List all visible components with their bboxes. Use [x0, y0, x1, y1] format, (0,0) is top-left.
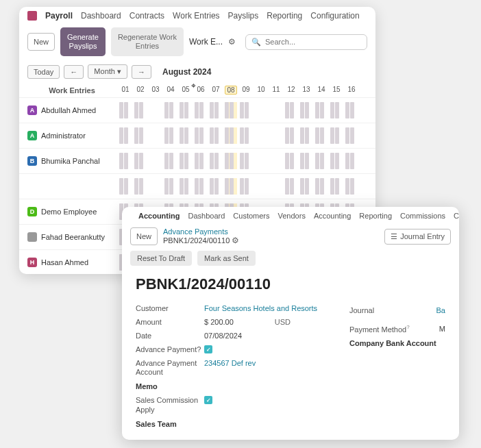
work-entry-cell[interactable]: [330, 178, 343, 195]
work-entry-cell[interactable]: [134, 178, 147, 195]
work-entry-cell[interactable]: [285, 178, 297, 195]
day-header-14[interactable]: 14: [315, 86, 328, 95]
work-entry-cell[interactable]: [195, 102, 207, 119]
work-entry-cell[interactable]: [149, 153, 162, 169]
work-entry-cell[interactable]: [330, 153, 343, 169]
work-entry-cell[interactable]: [300, 102, 312, 119]
day-header-16[interactable]: 16: [345, 86, 358, 95]
work-entry-cell[interactable]: [315, 127, 328, 144]
nav-acct-dashboard[interactable]: Dashboard: [188, 212, 225, 220]
work-entry-cell[interactable]: [270, 178, 282, 195]
work-entry-cell[interactable]: [210, 153, 222, 169]
day-header-04[interactable]: 04: [164, 86, 177, 95]
nav-reporting[interactable]: Reporting: [267, 11, 302, 21]
sales-commission-checkbox[interactable]: ✓: [204, 396, 212, 404]
work-entry-cell[interactable]: [164, 102, 177, 119]
employee-name[interactable]: Abdullah Ahmed: [41, 106, 96, 114]
employee-name[interactable]: Hasan Ahmed: [41, 258, 88, 266]
day-header-07[interactable]: 07: [210, 86, 222, 95]
work-entry-cell[interactable]: [119, 153, 132, 169]
employee-name[interactable]: Administrator: [41, 132, 86, 140]
today-button[interactable]: Today: [27, 65, 60, 79]
work-entry-cell[interactable]: [240, 102, 252, 119]
search-box[interactable]: 🔍: [245, 34, 367, 50]
advance-payment-checkbox[interactable]: ✓: [204, 345, 212, 353]
gear-icon[interactable]: ⚙: [228, 37, 236, 47]
work-entry-cell[interactable]: [180, 178, 192, 195]
work-entry-cell[interactable]: [195, 153, 207, 169]
acct-gear-icon[interactable]: ⚙: [232, 236, 239, 245]
work-entry-cell[interactable]: [345, 102, 358, 119]
employee-name[interactable]: Bhumika Panchal: [41, 157, 100, 165]
work-entry-cell[interactable]: [240, 127, 252, 144]
day-header-12[interactable]: 12: [285, 86, 297, 95]
work-entry-cell[interactable]: [210, 127, 222, 144]
day-header-08[interactable]: 08: [225, 86, 237, 95]
nav-acct-configuration[interactable]: Configuration: [454, 212, 459, 220]
work-entry-cell[interactable]: [240, 178, 252, 195]
work-entry-cell[interactable]: [255, 178, 267, 195]
nav-acct-reporting[interactable]: Reporting: [359, 212, 392, 220]
next-button[interactable]: →: [132, 65, 151, 79]
work-entry-cell[interactable]: [285, 102, 297, 119]
nav-payslips[interactable]: Payslips: [228, 11, 259, 21]
day-header-11[interactable]: 11: [270, 86, 282, 95]
work-entry-cell[interactable]: [225, 127, 237, 144]
work-entry-cell[interactable]: [270, 153, 282, 169]
nav-acct-vendors[interactable]: Vendors: [278, 212, 306, 220]
day-header-10[interactable]: 10: [255, 86, 267, 95]
work-entry-cell[interactable]: [134, 102, 147, 119]
nav-configuration[interactable]: Configuration: [310, 11, 359, 21]
work-entry-cell[interactable]: [210, 178, 222, 195]
generate-payslips-button[interactable]: GeneratePayslips: [60, 27, 106, 56]
work-entry-cell[interactable]: [255, 102, 267, 119]
work-entry-cell[interactable]: [180, 153, 192, 169]
work-entry-cell[interactable]: [149, 178, 162, 195]
work-entry-cell[interactable]: [345, 178, 358, 195]
work-entry-cell[interactable]: [119, 127, 132, 144]
work-entry-cell[interactable]: [330, 127, 343, 144]
work-entry-cell[interactable]: [300, 127, 312, 144]
journal-value[interactable]: Ba: [436, 306, 445, 314]
nav-acct-commissions[interactable]: Commissions: [400, 212, 445, 220]
work-entry-cell[interactable]: [315, 153, 328, 169]
work-entry-cell[interactable]: [240, 153, 252, 169]
work-entry-cell[interactable]: [164, 127, 177, 144]
work-entry-cell[interactable]: [345, 127, 358, 144]
work-entry-cell[interactable]: [270, 127, 282, 144]
work-entry-cell[interactable]: [164, 178, 177, 195]
work-entry-cell[interactable]: [225, 153, 237, 169]
mark-as-sent-button[interactable]: Mark as Sent: [197, 251, 256, 266]
day-header-06[interactable]: 06: [195, 86, 207, 95]
work-entry-cell[interactable]: [225, 178, 237, 195]
new-button[interactable]: New: [27, 33, 55, 51]
reset-to-draft-button[interactable]: Reset To Draft: [130, 251, 192, 266]
work-entry-cell[interactable]: [180, 102, 192, 119]
work-entry-cell[interactable]: [300, 153, 312, 169]
work-entry-cell[interactable]: [119, 102, 132, 119]
work-entry-cell[interactable]: [285, 127, 297, 144]
customer-value[interactable]: Four Seasons Hotels and Resorts: [204, 304, 317, 312]
employee-name[interactable]: Fahad Beerankutty: [41, 233, 105, 241]
search-input[interactable]: [265, 38, 361, 46]
nav-work-entries[interactable]: Work Entries: [173, 11, 219, 21]
acct-new-button[interactable]: New: [130, 227, 158, 245]
work-entry-cell[interactable]: [255, 127, 267, 144]
work-entry-cell[interactable]: [270, 102, 282, 119]
day-header-03[interactable]: 03: [149, 86, 162, 95]
day-header-01[interactable]: 01: [119, 86, 132, 95]
work-entry-cell[interactable]: [315, 102, 328, 119]
advance-account-value[interactable]: 234567 Def rev: [204, 359, 256, 367]
work-entry-cell[interactable]: [255, 153, 267, 169]
regenerate-work-entries-button[interactable]: Regenerate WorkEntries: [111, 27, 184, 56]
nav-contracts[interactable]: Contracts: [130, 11, 164, 21]
work-entry-cell[interactable]: [315, 178, 328, 195]
day-header-13[interactable]: 13: [300, 86, 312, 95]
work-entry-cell[interactable]: [134, 153, 147, 169]
work-entry-cell[interactable]: [210, 102, 222, 119]
employee-name[interactable]: Demo Employee: [41, 208, 97, 216]
day-header-02[interactable]: 02: [134, 86, 147, 95]
breadcrumb-advance-payments[interactable]: Advance Payments: [163, 227, 239, 236]
work-entry-cell[interactable]: [180, 127, 192, 144]
work-entry-cell[interactable]: [345, 153, 358, 169]
